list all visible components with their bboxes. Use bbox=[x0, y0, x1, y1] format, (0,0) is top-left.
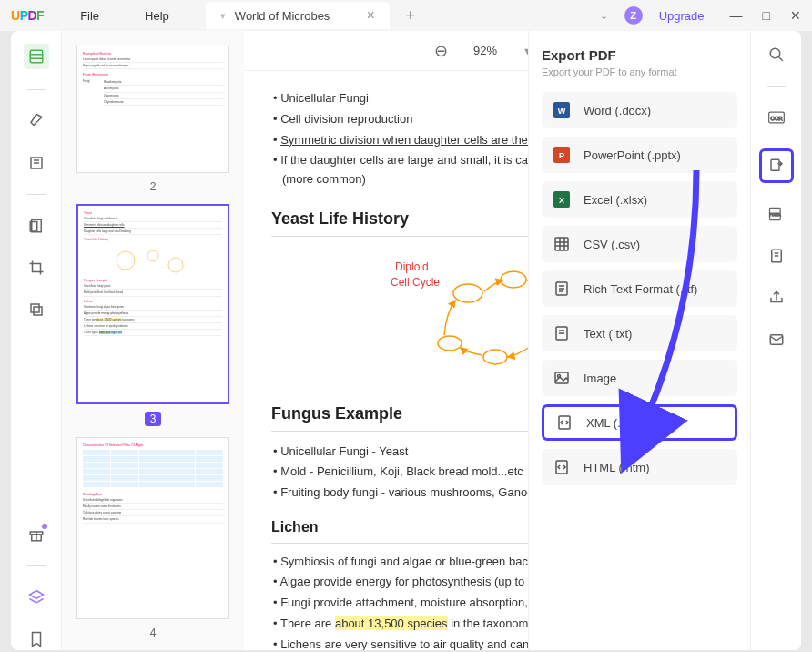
rtf-icon bbox=[553, 280, 571, 298]
svg-point-15 bbox=[168, 258, 183, 272]
tab-dropdown-icon[interactable]: ▾ bbox=[220, 10, 226, 22]
txt-icon bbox=[553, 324, 571, 342]
mail-icon[interactable] bbox=[766, 329, 787, 351]
search-icon[interactable] bbox=[766, 44, 787, 66]
export-word[interactable]: WWord (.docx) bbox=[542, 92, 737, 128]
app-body: Example of Bacteria Lorem ipsum dolor si… bbox=[11, 31, 801, 650]
svg-point-14 bbox=[147, 250, 158, 261]
titlebar-dropdown-icon[interactable]: ⌄ bbox=[600, 10, 608, 22]
svg-point-13 bbox=[117, 251, 135, 270]
export-txt[interactable]: Text (.txt) bbox=[542, 315, 737, 351]
copy-icon[interactable] bbox=[25, 299, 47, 321]
csv-icon bbox=[553, 235, 571, 253]
svg-point-21 bbox=[453, 284, 482, 302]
svg-rect-9 bbox=[31, 304, 39, 312]
upgrade-button[interactable]: Upgrade bbox=[659, 9, 705, 23]
html-icon bbox=[553, 458, 571, 476]
xml-icon bbox=[555, 413, 573, 432]
image-icon bbox=[553, 369, 571, 387]
layers-icon[interactable] bbox=[25, 586, 47, 608]
zoom-level[interactable]: 92% bbox=[473, 44, 497, 57]
left-toolbar bbox=[11, 31, 62, 650]
export-image[interactable]: Image bbox=[542, 360, 737, 396]
export-powerpoint[interactable]: PPowerPoint (.pptx) bbox=[542, 137, 737, 173]
crop-icon[interactable] bbox=[25, 257, 47, 279]
bookmark-icon[interactable] bbox=[25, 628, 47, 650]
tab-title: World of Microbes bbox=[235, 9, 330, 23]
svg-point-26 bbox=[438, 336, 462, 351]
svg-point-25 bbox=[483, 350, 507, 364]
svg-text:X: X bbox=[559, 196, 564, 205]
maximize-icon[interactable]: □ bbox=[763, 8, 770, 23]
new-tab-button[interactable]: + bbox=[406, 6, 416, 25]
thumbnail-number-2: 2 bbox=[76, 180, 229, 193]
export-panel: Export PDF Export your PDF to any format… bbox=[528, 31, 750, 650]
close-window-icon[interactable]: ✕ bbox=[790, 8, 801, 23]
export-csv[interactable]: CSV (.csv) bbox=[542, 226, 737, 262]
excel-icon: X bbox=[553, 190, 571, 209]
app-logo: UPDF bbox=[11, 8, 44, 23]
export-html[interactable]: HTML (.htm) bbox=[542, 449, 737, 485]
svg-rect-35 bbox=[555, 238, 568, 250]
export-subtitle: Export your PDF to any format bbox=[542, 66, 737, 77]
ppt-icon: P bbox=[553, 146, 571, 164]
svg-text:Cell Cycle: Cell Cycle bbox=[391, 276, 440, 289]
svg-text:OCR: OCR bbox=[770, 116, 782, 121]
zoom-out-icon[interactable]: ⊖ bbox=[434, 41, 448, 61]
export-excel[interactable]: XExcel (.xlsx) bbox=[542, 181, 737, 218]
svg-rect-0 bbox=[30, 50, 43, 63]
svg-point-22 bbox=[501, 271, 526, 288]
pdfa-icon[interactable]: PDF/A bbox=[766, 203, 787, 225]
export-rtf[interactable]: Rich Text Format (.rtf) bbox=[542, 270, 737, 307]
export-icon[interactable] bbox=[759, 148, 794, 183]
thumbnail-number-4: 4 bbox=[76, 627, 229, 639]
right-toolbar: OCR PDF/A bbox=[750, 31, 801, 650]
svg-point-51 bbox=[770, 48, 780, 58]
export-xml[interactable]: XML (.xml) bbox=[542, 404, 737, 441]
document-tab[interactable]: ▾ World of Microbes × bbox=[206, 2, 390, 29]
minimize-icon[interactable]: — bbox=[730, 8, 743, 23]
compress-icon[interactable] bbox=[766, 245, 787, 267]
highlighter-icon[interactable] bbox=[25, 110, 47, 132]
menu-file[interactable]: File bbox=[80, 9, 99, 23]
thumbnails-icon[interactable] bbox=[24, 44, 49, 69]
menu-help[interactable]: Help bbox=[145, 9, 169, 23]
thumbnail-page-3[interactable]: Yeast Unicellular fungi cell division Sy… bbox=[76, 204, 229, 404]
svg-text:W: W bbox=[558, 107, 566, 116]
close-tab-icon[interactable]: × bbox=[366, 7, 374, 24]
export-title: Export PDF bbox=[542, 47, 737, 63]
gift-icon[interactable] bbox=[25, 524, 47, 545]
text-tool-icon[interactable] bbox=[25, 152, 47, 174]
svg-text:PDF/A: PDF/A bbox=[769, 213, 780, 218]
titlebar: UPDF File Help ▾ World of Microbes × + ⌄… bbox=[0, 0, 812, 31]
ocr-icon[interactable]: OCR bbox=[766, 107, 787, 128]
svg-line-52 bbox=[778, 56, 783, 61]
user-avatar[interactable]: Z bbox=[624, 6, 643, 25]
share-icon[interactable] bbox=[766, 287, 787, 309]
word-icon: W bbox=[553, 101, 571, 119]
page-tool-icon[interactable] bbox=[25, 215, 47, 237]
svg-text:Diploid: Diploid bbox=[395, 260, 429, 273]
thumbnail-page-4[interactable]: Characteristics Of Selected Phyla Of Alg… bbox=[76, 437, 229, 619]
svg-rect-55 bbox=[771, 159, 779, 170]
menu-bar: File Help bbox=[80, 9, 169, 23]
thumbnail-page-2[interactable]: Example of Bacteria Lorem ipsum dolor si… bbox=[76, 46, 229, 173]
svg-rect-8 bbox=[34, 307, 42, 315]
thumbnail-number-3: 3 bbox=[145, 412, 161, 426]
thumbnail-panel[interactable]: Example of Bacteria Lorem ipsum dolor si… bbox=[62, 31, 244, 650]
svg-text:P: P bbox=[559, 151, 564, 160]
